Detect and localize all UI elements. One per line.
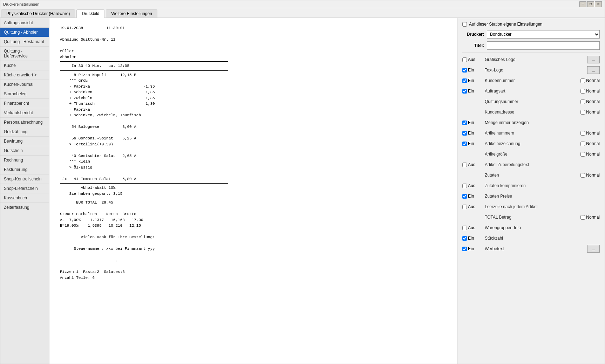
zutaten-normal-checkbox[interactable] xyxy=(580,173,585,178)
titel-row: Titel: xyxy=(462,41,600,50)
close-button[interactable]: ✕ xyxy=(595,1,602,7)
artikelbezeichnung-normal-checkbox[interactable] xyxy=(580,142,585,146)
auftragsart-normal-label[interactable]: Normal xyxy=(586,89,600,94)
text-logo-cb-container: Ein xyxy=(462,68,483,73)
kundennummer-normal-label[interactable]: Normal xyxy=(586,78,600,83)
menge-checkbox[interactable] xyxy=(462,121,467,125)
drucker-label: Drucker: xyxy=(462,32,487,37)
artikelnummern-checkbox[interactable] xyxy=(462,131,467,136)
kundenadresse-label: Kundenadresse xyxy=(483,110,568,115)
tab-weitere[interactable]: Weitere Einstellungen xyxy=(106,9,157,18)
maximize-button[interactable]: □ xyxy=(587,1,594,7)
sidebar-item-verkaufsbericht[interactable]: Verkaufsbericht xyxy=(0,108,49,118)
artikelbezeichnung-label: Artikelbezeichnung xyxy=(483,141,568,146)
receipt-item1-ing6: + Schinken, Zwiebeln, Thunfisch xyxy=(60,112,228,118)
quittungsnummer-normal-checkbox[interactable] xyxy=(580,99,585,104)
zubereitungstext-checkbox[interactable] xyxy=(462,163,467,167)
artikelgroesse-normal-container: Normal xyxy=(568,152,600,157)
zubereitungstext-state[interactable]: Aus xyxy=(468,162,475,167)
warengruppen-checkbox[interactable] xyxy=(462,226,467,230)
werbetext-label: Werbetext xyxy=(483,246,587,251)
artikelnummern-state[interactable]: Ein xyxy=(468,131,474,136)
kundennummer-normal-checkbox[interactable] xyxy=(580,78,585,83)
window-title: Druckereinstellungen xyxy=(3,2,39,6)
sidebar-item-auftragsansicht[interactable]: Auftragsansicht xyxy=(0,18,49,28)
minimize-button[interactable]: ─ xyxy=(579,1,586,7)
warengruppen-state[interactable]: Aus xyxy=(468,225,475,230)
leerzeile-checkbox[interactable] xyxy=(462,205,467,209)
station-checkbox-label[interactable]: Auf dieser Station eigene Einstellungen xyxy=(469,22,542,27)
row-artikelgroesse: Artikelgröße Normal xyxy=(462,150,600,159)
leerzeile-state[interactable]: Aus xyxy=(468,204,475,209)
tab-hardware[interactable]: Physikalische Drucker (Hardware) xyxy=(1,9,75,18)
stueckzahl-checkbox[interactable] xyxy=(462,236,467,241)
grafisches-logo-btn[interactable]: ... xyxy=(587,56,600,63)
zutaten-preise-state[interactable]: Ein xyxy=(468,194,474,199)
kundenadresse-normal-label[interactable]: Normal xyxy=(586,110,600,115)
werbetext-checkbox[interactable] xyxy=(462,247,467,251)
sidebar-item-personalabrechnung[interactable]: Personalabrechnung xyxy=(0,118,49,127)
artikelbezeichnung-checkbox[interactable] xyxy=(462,142,467,146)
artikelgroesse-normal-label[interactable]: Normal xyxy=(586,152,600,157)
sidebar-item-gutschein[interactable]: Gutschein xyxy=(0,146,49,156)
zutaten-preise-checkbox[interactable] xyxy=(462,194,467,199)
sidebar-item-shop-kontrollschein[interactable]: Shop-Kontrollschein xyxy=(0,174,49,184)
sep1 xyxy=(462,53,600,53)
text-logo-btn[interactable]: ... xyxy=(587,66,600,74)
sidebar-item-shop-lieferschein[interactable]: Shop-Lieferschein xyxy=(0,184,49,193)
sidebar-item-stornobeleg[interactable]: Stornobeleg xyxy=(0,89,49,99)
tab-druckbild[interactable]: Druckbild xyxy=(76,9,104,18)
zutaten-normal-label[interactable]: Normal xyxy=(586,173,600,178)
sidebar-item-kueche[interactable]: Küche xyxy=(0,61,49,70)
sidebar-item-finanzbericht[interactable]: Finanzbericht xyxy=(0,99,49,108)
menge-state[interactable]: Ein xyxy=(468,120,474,125)
receipt-discount2: Sie haben gespart: 3,15 xyxy=(60,191,228,197)
kundennummer-checkbox[interactable] xyxy=(462,78,467,83)
tab-bar: Physikalische Drucker (Hardware) Druckbi… xyxy=(0,8,605,18)
sidebar-item-kuechen-journal[interactable]: Küchen-Journal xyxy=(0,80,49,89)
sidebar-item-bewirtung[interactable]: Bewirtung xyxy=(0,137,49,146)
total-betrag-normal-label[interactable]: Normal xyxy=(586,215,600,220)
auftragsart-state[interactable]: Ein xyxy=(468,89,474,94)
sidebar-item-kueche-erweitert[interactable]: Küche erweitert > xyxy=(0,70,49,80)
total-betrag-normal-checkbox[interactable] xyxy=(580,215,585,220)
titel-input[interactable] xyxy=(487,41,600,50)
station-checkbox[interactable] xyxy=(462,22,467,27)
drucker-select[interactable]: Bondrucker xyxy=(487,30,600,39)
stueckzahl-state[interactable]: Ein xyxy=(468,236,474,241)
werbetext-btn[interactable]: ... xyxy=(587,245,600,253)
werbetext-state[interactable]: Ein xyxy=(468,246,474,251)
auftragsart-checkbox[interactable] xyxy=(462,89,467,94)
zutaten-komprimieren-checkbox[interactable] xyxy=(462,184,467,188)
auftragsart-normal-checkbox[interactable] xyxy=(580,89,585,94)
sidebar-item-kassenbuch[interactable]: Kassenbuch xyxy=(0,193,49,203)
sidebar-item-quittung-lieferservice[interactable]: Quittung - Lieferservice xyxy=(0,47,49,61)
grafisches-logo-checkbox[interactable] xyxy=(462,57,467,62)
receipt-item3-note: > Tortellini(+0.50) xyxy=(60,142,228,147)
kundenadresse-normal-checkbox[interactable] xyxy=(580,110,585,115)
artikelbezeichnung-state[interactable]: Ein xyxy=(468,141,474,146)
receipt-item1-size: *** groß xyxy=(60,78,228,84)
artikelnummern-normal-container: Normal xyxy=(568,131,600,136)
artikelnummern-normal-label[interactable]: Normal xyxy=(586,131,600,136)
text-logo-state[interactable]: Ein xyxy=(468,68,474,73)
sidebar-item-rechnung[interactable]: Rechnung xyxy=(0,156,49,165)
sidebar-item-fakturierung[interactable]: Fakturierung xyxy=(0,165,49,174)
zutaten-komprimieren-state[interactable]: Aus xyxy=(468,183,475,188)
sidebar-item-quittung-restaurant[interactable]: Quittung - Restaurant xyxy=(0,37,49,47)
grafisches-logo-cb-container: Aus xyxy=(462,57,483,62)
artikelgroesse-normal-checkbox[interactable] xyxy=(580,152,585,157)
text-logo-checkbox[interactable] xyxy=(462,68,467,73)
grafisches-logo-state[interactable]: Aus xyxy=(468,57,475,62)
sidebar-item-geldzaehlung[interactable]: Geldzählung xyxy=(0,127,49,137)
row-kundenadresse: Kundenadresse Normal xyxy=(462,108,600,117)
artikelbezeichnung-normal-container: Normal xyxy=(568,141,600,146)
sidebar-item-zeiterfassung[interactable]: Zeiterfassung xyxy=(0,203,49,212)
artikelnummern-normal-checkbox[interactable] xyxy=(580,131,585,136)
quittungsnummer-normal-label[interactable]: Normal xyxy=(586,99,600,104)
receipt-order-nr: Abholung Quittung-Nr. 12 xyxy=(60,37,228,43)
row-total-betrag: TOTAL Betrag Normal xyxy=(462,213,600,222)
sidebar-item-quittung-abholer[interactable]: Quittung - Abholer xyxy=(0,28,49,37)
kundennummer-state[interactable]: Ein xyxy=(468,78,474,83)
artikelbezeichnung-normal-label[interactable]: Normal xyxy=(586,141,600,146)
